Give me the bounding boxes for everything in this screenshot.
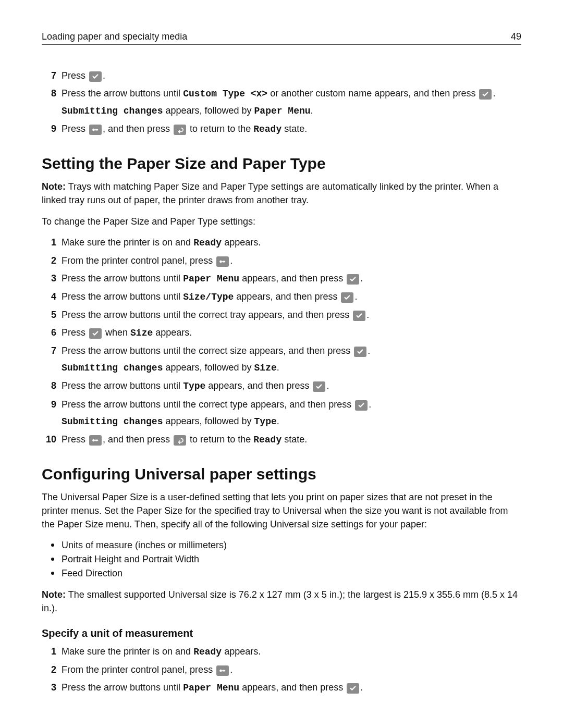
step-item: 1Make sure the printer is on and Ready a…: [42, 236, 521, 250]
step-number: 7: [42, 344, 56, 375]
display-text: Type: [183, 381, 205, 391]
svg-rect-7: [223, 670, 225, 671]
step-subtext: Submitting changes appears, followed by …: [62, 414, 521, 428]
running-header: Loading paper and specialty media 49: [42, 31, 521, 44]
text-run: Make sure the printer is on and: [62, 646, 193, 657]
note-text: The smallest supported Universal size is…: [42, 589, 518, 613]
step-item: 3Press the arrow buttons until Paper Men…: [42, 272, 521, 286]
display-text: Type: [254, 416, 277, 427]
step-body: From the printer control panel, press .: [62, 254, 521, 267]
step-body: Press the arrow buttons until the correc…: [62, 308, 521, 322]
header-title: Loading paper and specialty media: [42, 31, 187, 42]
step-subtext: Submitting changes appears, followed by …: [62, 104, 521, 118]
text-run: .: [277, 416, 279, 426]
step-item: 7Press the arrow buttons until the corre…: [42, 344, 521, 375]
text-run: Press: [62, 434, 88, 445]
menu-icon: [89, 125, 102, 135]
text-run: .: [311, 105, 313, 116]
universal-bullets: Units of measure (inches or millimeters)…: [42, 538, 521, 581]
text-run: .: [493, 88, 495, 98]
step-body: Press .: [62, 69, 521, 82]
text-run: .: [369, 399, 371, 410]
menu-icon: [89, 435, 102, 446]
display-text: Custom Type <x>: [183, 89, 267, 99]
universal-intro: The Universal Paper Size is a user‑defin…: [42, 490, 521, 531]
check-icon: [354, 347, 366, 357]
text-run: Press the arrow buttons until: [62, 682, 183, 693]
text-run: appears, followed by: [163, 105, 254, 116]
check-icon: [313, 381, 325, 392]
note-label: Note:: [42, 181, 66, 192]
step-body: Press , and then press to return to the …: [62, 122, 521, 136]
step-number: 7: [42, 69, 56, 82]
text-run: Press the arrow buttons until the correc…: [62, 399, 354, 410]
text-run: appears, and then press: [239, 682, 346, 693]
universal-note: Note: The smallest supported Universal s…: [42, 588, 521, 615]
step-body: Press the arrow buttons until Paper Menu…: [62, 272, 521, 286]
display-text: Size: [130, 328, 153, 338]
text-run: state.: [282, 124, 307, 134]
text-run: appears, followed by: [163, 362, 254, 373]
step-number: 3: [42, 272, 56, 286]
display-text: Submitting changes: [62, 106, 163, 116]
step-item: 8Press the arrow buttons until Custom Ty…: [42, 87, 521, 118]
menu-icon: [216, 665, 229, 676]
check-icon: [89, 328, 102, 339]
note-text: Trays with matching Paper Size and Paper…: [42, 181, 498, 205]
step-body: Press the arrow buttons until Type appea…: [62, 379, 521, 393]
text-run: appears, and then press: [239, 273, 346, 283]
svg-point-0: [93, 129, 95, 131]
svg-rect-3: [223, 261, 225, 262]
step-item: 3Press the arrow buttons until Paper Men…: [42, 681, 521, 695]
check-icon: [347, 274, 359, 285]
step-number: 2: [42, 663, 56, 676]
text-run: .: [230, 255, 232, 266]
step-number: 1: [42, 236, 56, 250]
text-run: Press the arrow buttons until: [62, 380, 183, 391]
text-run: appears, followed by: [163, 416, 254, 426]
text-run: Press the arrow buttons until the correc…: [62, 346, 353, 356]
step-body: Press the arrow buttons until Custom Typ…: [62, 87, 521, 118]
check-icon: [355, 400, 368, 411]
display-text: Size: [254, 363, 277, 373]
note-paragraph: Note: Trays with matching Paper Size and…: [42, 180, 521, 207]
back-icon: [174, 435, 186, 446]
step-item: 8Press the arrow buttons until Type appe…: [42, 379, 521, 393]
text-run: From the printer control panel, press: [62, 664, 215, 675]
text-run: Press: [62, 70, 88, 81]
svg-rect-5: [95, 440, 98, 441]
svg-point-4: [93, 439, 95, 441]
step-body: Press the arrow buttons until Size/Type …: [62, 290, 521, 304]
step-number: 6: [42, 326, 56, 340]
text-run: Press the arrow buttons until: [62, 273, 183, 283]
step-body: Press when Size appears.: [62, 326, 521, 340]
step-number: 1: [42, 645, 56, 659]
menu-icon: [216, 256, 229, 267]
section-heading-paper-size-type: Setting the Paper Size and Paper Type: [42, 155, 521, 172]
display-text: Paper Menu: [254, 106, 311, 116]
text-run: appears, and then press: [234, 291, 340, 302]
display-text: Paper Menu: [183, 274, 239, 284]
text-run: .: [326, 380, 329, 391]
text-run: to return to the: [187, 124, 253, 134]
step-item: 9Press the arrow buttons until the corre…: [42, 398, 521, 428]
step-item: 10Press , and then press to return to th…: [42, 433, 521, 447]
svg-rect-1: [95, 129, 98, 130]
check-icon: [89, 71, 102, 82]
display-text: Ready: [193, 238, 222, 248]
step-body: Make sure the printer is on and Ready ap…: [62, 236, 521, 250]
display-text: Ready: [193, 647, 222, 657]
text-run: appears.: [153, 327, 192, 338]
step-item: 4Press the arrow buttons until Size/Type…: [42, 290, 521, 304]
text-run: .: [368, 346, 370, 356]
check-icon: [353, 311, 365, 321]
step-item: 9Press , and then press to return to the…: [42, 122, 521, 136]
section-heading-universal: Configuring Universal paper settings: [42, 465, 521, 483]
text-run: or another custom name appears, and then…: [267, 88, 478, 98]
text-run: state.: [282, 434, 307, 445]
step-subtext: Submitting changes appears, followed by …: [62, 361, 521, 375]
text-run: appears.: [222, 646, 261, 657]
text-run: to return to the: [187, 434, 253, 445]
step-body: Make sure the printer is on and Ready ap…: [62, 645, 521, 659]
text-run: when: [103, 327, 130, 338]
